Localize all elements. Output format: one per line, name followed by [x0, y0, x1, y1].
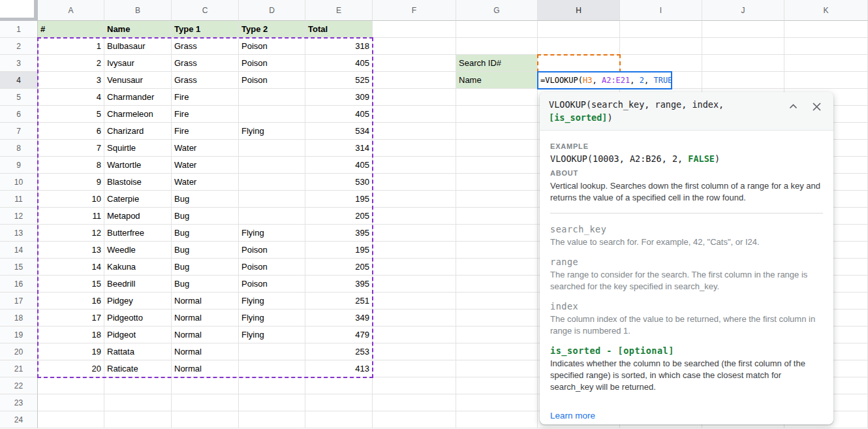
- cell-G20[interactable]: [456, 343, 538, 360]
- cell-H3[interactable]: [538, 55, 620, 72]
- cell-G10[interactable]: [456, 174, 538, 191]
- cell-C16[interactable]: Bug: [172, 276, 239, 293]
- cell-F9[interactable]: [373, 157, 456, 174]
- cell-A2[interactable]: 1: [38, 38, 104, 55]
- cell-A8[interactable]: 7: [38, 140, 104, 157]
- cell-C20[interactable]: Normal: [172, 343, 239, 360]
- row-header-20[interactable]: 20: [0, 343, 38, 360]
- cell-D15[interactable]: Poison: [239, 259, 305, 276]
- row-header-5[interactable]: 5: [0, 89, 38, 106]
- cell-A16[interactable]: 15: [38, 276, 104, 293]
- cell-A17[interactable]: 16: [38, 293, 104, 310]
- row-header-18[interactable]: 18: [0, 310, 38, 326]
- cell-F3[interactable]: [373, 55, 456, 72]
- row-header-10[interactable]: 10: [0, 174, 38, 191]
- row-header-23[interactable]: 23: [0, 394, 38, 411]
- cell-G13[interactable]: [456, 225, 538, 242]
- cell-D10[interactable]: [239, 174, 305, 191]
- cell-B4[interactable]: Venusaur: [104, 72, 172, 89]
- row-header-21[interactable]: 21: [0, 360, 38, 377]
- cell-B5[interactable]: Charmander: [104, 89, 172, 106]
- cell-G24[interactable]: [456, 411, 538, 428]
- cell-D14[interactable]: Poison: [239, 242, 305, 259]
- cell-A18[interactable]: 17: [38, 310, 104, 326]
- cell-D7[interactable]: Flying: [239, 123, 305, 140]
- row-header-4[interactable]: 4: [0, 72, 38, 89]
- cell-A12[interactable]: 11: [38, 208, 104, 225]
- cell-F12[interactable]: [373, 208, 456, 225]
- cell-B21[interactable]: Raticate: [104, 360, 172, 377]
- column-header-E[interactable]: E: [305, 0, 373, 21]
- column-header-D[interactable]: D: [239, 0, 305, 21]
- cell-C17[interactable]: Normal: [172, 293, 239, 310]
- cell-K2[interactable]: [784, 38, 868, 55]
- cell-D5[interactable]: [239, 89, 305, 106]
- row-header-14[interactable]: 14: [0, 242, 38, 259]
- column-header-H[interactable]: H: [538, 0, 620, 21]
- cell-B23[interactable]: [104, 394, 172, 411]
- row-header-22[interactable]: 22: [0, 377, 38, 394]
- cell-D16[interactable]: Poison: [239, 276, 305, 293]
- cell-F16[interactable]: [373, 276, 456, 293]
- cell-G3[interactable]: Search ID#: [456, 55, 538, 72]
- cell-C7[interactable]: Fire: [172, 123, 239, 140]
- cell-B13[interactable]: Butterfree: [104, 225, 172, 242]
- column-header-F[interactable]: F: [373, 0, 456, 21]
- cell-E6[interactable]: 405: [305, 106, 373, 123]
- cell-B7[interactable]: Charizard: [104, 123, 172, 140]
- formula-input-H4[interactable]: =VLOOKUP(H3, A2:E21, 2, TRUE: [537, 71, 672, 89]
- cell-C19[interactable]: Normal: [172, 326, 239, 343]
- cell-F23[interactable]: [373, 394, 456, 411]
- cell-C9[interactable]: Water: [172, 157, 239, 174]
- cell-E14[interactable]: 195: [305, 242, 373, 259]
- cell-E20[interactable]: 253: [305, 343, 373, 360]
- cell-C21[interactable]: Normal: [172, 360, 239, 377]
- cell-E1[interactable]: Total: [305, 21, 373, 38]
- cell-A15[interactable]: 14: [38, 259, 104, 276]
- cell-G1[interactable]: [456, 21, 538, 38]
- cell-E12[interactable]: 205: [305, 208, 373, 225]
- cell-C22[interactable]: [172, 377, 239, 394]
- cell-D18[interactable]: Flying: [239, 310, 305, 326]
- cell-A14[interactable]: 13: [38, 242, 104, 259]
- cell-F19[interactable]: [373, 326, 456, 343]
- cell-G5[interactable]: [456, 89, 538, 106]
- cell-G18[interactable]: [456, 310, 538, 326]
- cell-F21[interactable]: [373, 360, 456, 377]
- row-header-11[interactable]: 11: [0, 191, 38, 208]
- cell-D13[interactable]: Flying: [239, 225, 305, 242]
- cell-G11[interactable]: [456, 191, 538, 208]
- row-header-3[interactable]: 3: [0, 55, 38, 72]
- cell-B15[interactable]: Kakuna: [104, 259, 172, 276]
- cell-B16[interactable]: Beedrill: [104, 276, 172, 293]
- cell-I3[interactable]: [620, 55, 702, 72]
- cell-A10[interactable]: 9: [38, 174, 104, 191]
- cell-E9[interactable]: 405: [305, 157, 373, 174]
- column-header-I[interactable]: I: [620, 0, 702, 21]
- cell-D20[interactable]: [239, 343, 305, 360]
- cell-D21[interactable]: [239, 360, 305, 377]
- cell-D23[interactable]: [239, 394, 305, 411]
- cell-C10[interactable]: Water: [172, 174, 239, 191]
- column-header-K[interactable]: K: [784, 0, 868, 21]
- cell-B6[interactable]: Charmeleon: [104, 106, 172, 123]
- row-header-1[interactable]: 1: [0, 21, 38, 38]
- cell-B19[interactable]: Pidgeot: [104, 326, 172, 343]
- cell-B1[interactable]: Name: [104, 21, 172, 38]
- column-header-G[interactable]: G: [456, 0, 538, 21]
- cell-D11[interactable]: [239, 191, 305, 208]
- cell-G8[interactable]: [456, 140, 538, 157]
- cell-D1[interactable]: Type 2: [239, 21, 305, 38]
- cell-C23[interactable]: [172, 394, 239, 411]
- cell-B22[interactable]: [104, 377, 172, 394]
- learn-more-link[interactable]: Learn more: [550, 411, 595, 421]
- collapse-chevron-icon[interactable]: [786, 100, 799, 113]
- cell-B3[interactable]: Ivysaur: [104, 55, 172, 72]
- cell-G23[interactable]: [456, 394, 538, 411]
- cell-G15[interactable]: [456, 259, 538, 276]
- cell-E11[interactable]: 195: [305, 191, 373, 208]
- cell-C12[interactable]: Bug: [172, 208, 239, 225]
- cell-A1[interactable]: #: [38, 21, 104, 38]
- cell-F14[interactable]: [373, 242, 456, 259]
- cell-D12[interactable]: [239, 208, 305, 225]
